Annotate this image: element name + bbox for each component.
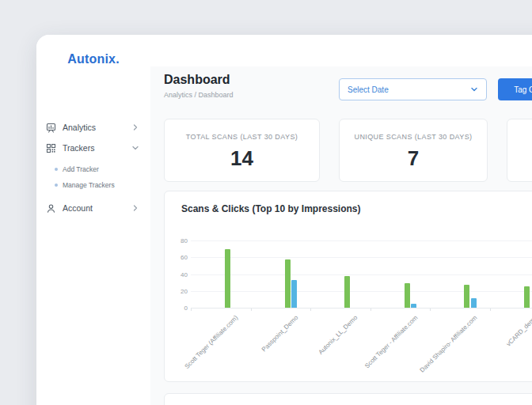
scans-bar: [344, 276, 350, 308]
stat-card: UNIQUE SCANS (LAST 30 DAYS)7: [339, 119, 488, 182]
bullet-dot-icon: [55, 184, 58, 187]
bullet-dot-icon: [55, 168, 58, 171]
sidebar-item-account[interactable]: Account: [36, 198, 150, 218]
y-axis-tick-label: 60: [170, 254, 188, 261]
main-content: Dashboard Analytics / Dashboard Select D…: [150, 66, 532, 405]
qr-code-icon: [46, 143, 56, 153]
sidebar-item-label: Trackers: [63, 143, 131, 153]
x-axis-tick-mark: [490, 308, 491, 311]
stat-card: [507, 119, 532, 182]
scans-bar: [225, 249, 230, 308]
clicks-bar: [411, 304, 416, 308]
x-axis-tick-mark: [370, 308, 371, 311]
app-logo: Autonix.: [36, 52, 150, 66]
next-section-card: [164, 393, 532, 405]
scans-bar: [524, 286, 530, 308]
stat-card-value: 7: [340, 146, 487, 171]
select-date-dropdown[interactable]: Select Date: [339, 78, 487, 100]
y-axis-tick-label: 80: [170, 237, 188, 244]
y-axis-tick-label: 40: [170, 271, 188, 278]
stat-card-label: UNIQUE SCANS (LAST 30 DAYS): [340, 133, 487, 141]
chart-gridline: [191, 274, 532, 275]
topbar: [150, 35, 532, 67]
x-axis-tick-mark: [251, 308, 252, 311]
clicks-bar: [291, 280, 297, 308]
sidebar: Autonix. AnalyticsTrackersAdd TrackerMan…: [36, 35, 151, 405]
chevron-down-icon: [470, 85, 478, 93]
clicks-bar: [471, 298, 477, 308]
sidebar-item-label: Account: [63, 203, 131, 213]
y-axis-tick-label: 20: [170, 288, 188, 295]
x-axis-tick-mark: [191, 308, 192, 311]
select-date-label: Select Date: [348, 85, 470, 94]
scans-bar: [285, 259, 291, 308]
breadcrumb: Analytics / Dashboard: [164, 91, 234, 99]
page-title: Dashboard: [164, 73, 230, 87]
chart-card: Scans & Clicks (Top 10 by Impressions) 0…: [164, 191, 532, 382]
sidebar-subitem-add-tracker[interactable]: Add Tracker: [36, 161, 150, 177]
tag-groups-button[interactable]: Tag Groups: [498, 78, 532, 100]
x-axis-tick-mark: [430, 308, 431, 311]
chevron-right-icon: [131, 204, 139, 212]
stat-card: TOTAL SCANS (LAST 30 DAYS)14: [164, 119, 320, 182]
sidebar-subitem-label: Manage Trackers: [63, 181, 115, 189]
sidebar-nav: AnalyticsTrackersAdd TrackerManage Track…: [36, 117, 150, 218]
stat-card-value: 14: [165, 146, 319, 171]
sidebar-subitem-label: Add Tracker: [63, 165, 99, 173]
scans-bar: [464, 285, 469, 308]
analytics-icon: [46, 123, 56, 133]
chart-gridline: [191, 257, 532, 258]
sidebar-item-label: Analytics: [63, 123, 131, 132]
x-axis-tick-mark: [310, 308, 311, 311]
chart-title: Scans & Clicks (Top 10 by Impressions): [181, 203, 361, 214]
screen: Autonix. AnalyticsTrackersAdd TrackerMan…: [0, 0, 532, 405]
x-axis-category-label: Scott Teger (Affiliate.com): [164, 314, 239, 382]
stat-card-label: TOTAL SCANS (LAST 30 DAYS): [165, 133, 319, 141]
chevron-right-icon: [131, 123, 139, 131]
chart-gridline: [191, 240, 532, 241]
chevron-down-icon: [131, 144, 139, 152]
chart-gridline: [191, 291, 532, 292]
user-icon: [46, 203, 56, 214]
chart-gridline: [191, 308, 532, 308]
scans-bar: [405, 283, 410, 308]
sidebar-item-trackers[interactable]: Trackers: [36, 138, 150, 158]
app-window: Autonix. AnalyticsTrackersAdd TrackerMan…: [36, 35, 532, 405]
sidebar-subitem-manage-trackers[interactable]: Manage Trackers: [36, 177, 150, 193]
sidebar-item-analytics[interactable]: Analytics: [36, 117, 150, 138]
sidebar-submenu: Add TrackerManage Trackers: [36, 161, 150, 193]
y-axis-tick-label: 0: [170, 305, 188, 312]
